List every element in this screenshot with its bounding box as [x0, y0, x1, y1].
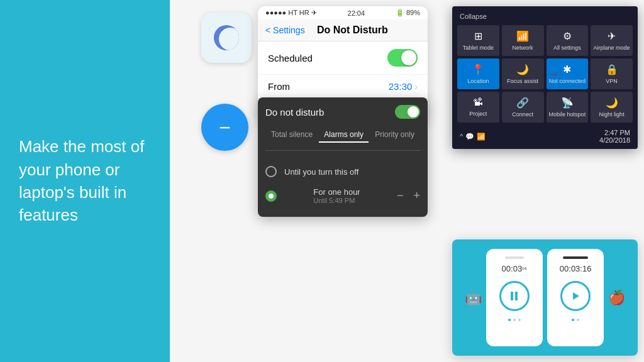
windows-tray: ^ 💬 📶	[460, 133, 486, 141]
tray-icon-3: 📶	[477, 133, 486, 141]
left-panel: Make the most of your phone or laptop's …	[0, 0, 170, 362]
radio-one-hour[interactable]	[265, 190, 277, 202]
tray-icon-1: ^	[460, 133, 463, 140]
ios-from-label: From	[268, 81, 290, 92]
ios-time: 22:04	[348, 9, 365, 17]
timer-dots	[508, 319, 521, 321]
ios-from-value: 23:30 ›	[389, 81, 418, 92]
tile-all-settings[interactable]: ⚙ All settings	[547, 25, 589, 56]
ios-carrier: ●●●●● HT HR ✈	[265, 9, 317, 17]
apple-icon: 🍎	[608, 290, 625, 306]
location-icon: 📍	[472, 63, 484, 75]
windows-action-center: Collapse ⊞ Tablet mode 📶 Network ⚙ All s…	[452, 6, 638, 149]
phone-notch-2	[563, 256, 588, 259]
moon-icon	[214, 25, 239, 50]
timer-time-ios: 00:03:16	[560, 264, 592, 273]
timer-app-panel: 🤖 00:03⁰⁶ 00:03:16	[452, 239, 638, 356]
android-one-hour-text: For one hour Until 5:49 PM	[313, 187, 360, 204]
windows-tiles-grid: ⊞ Tablet mode 📶 Network ⚙ All settings ✈…	[457, 25, 633, 123]
timer-circle-ios[interactable]	[560, 281, 591, 311]
android-option-one-hour[interactable]: For one hour Until 5:49 PM − +	[265, 182, 420, 209]
ios-nav-bar: < Settings Do Not Disturb	[258, 19, 428, 41]
timer-phone-ios: 00:03:16	[547, 249, 604, 346]
dot-2	[513, 319, 516, 321]
ios-back-button[interactable]: < Settings	[265, 25, 305, 35]
tile-mobile-hotspot[interactable]: 📡 Mobile hotspot	[547, 92, 589, 123]
tile-connect[interactable]: 🔗 Connect	[502, 92, 544, 123]
tile-night-light[interactable]: 🌙 Night light	[591, 92, 633, 123]
radio-indefinite[interactable]	[265, 166, 277, 177]
main-area: ●●●●● HT HR ✈ 22:04 🔋 89% < Settings Do …	[170, 0, 644, 362]
play-icon	[573, 292, 579, 300]
hotspot-icon: 📡	[561, 97, 574, 109]
mode-total-silence[interactable]: Total silence	[266, 128, 318, 143]
android-dnd-title: Do not disturb	[265, 107, 324, 118]
windows-status-bar: ^ 💬 📶 2:47 PM 4/20/2018	[457, 126, 633, 144]
tray-icon-2: 💬	[465, 133, 474, 141]
network-icon: 📶	[516, 30, 529, 42]
ios-scheduled-row[interactable]: Scheduled	[258, 41, 428, 75]
settings-icon: ⚙	[563, 30, 572, 42]
ios-from-row[interactable]: From 23:30 ›	[258, 75, 428, 99]
increase-hour-button[interactable]: +	[413, 189, 420, 202]
mode-alarms-only[interactable]: Alarms only	[319, 128, 369, 143]
ios-dnd-icon	[201, 13, 252, 63]
android-hour-controls: − +	[397, 189, 420, 202]
connect-icon: 🔗	[516, 97, 529, 109]
tile-tablet-mode[interactable]: ⊞ Tablet mode	[457, 25, 499, 56]
mode-priority-only[interactable]: Priority only	[370, 128, 419, 143]
dot-ios-2	[577, 319, 579, 321]
ios-scheduled-label: Scheduled	[268, 53, 313, 63]
windows-clock: 2:47 PM 4/20/2018	[599, 129, 630, 144]
dot-ios-1	[572, 319, 574, 321]
timer-circle-android[interactable]	[499, 281, 530, 311]
apple-logo-icon: 🍎	[608, 290, 625, 306]
vpn-icon: 🔒	[606, 63, 618, 75]
android-icon: 🤖	[465, 290, 482, 306]
red-arrow-indicator: →	[548, 68, 559, 81]
android-dnd-header: Do not disturb	[265, 105, 420, 119]
timer-phone-android: 00:03⁰⁶	[486, 249, 543, 346]
project-icon: 📽	[473, 97, 483, 108]
bluetooth-icon: ✱	[563, 63, 571, 75]
tablet-mode-icon: ⊞	[474, 30, 482, 42]
tile-location[interactable]: 📍 Location	[457, 58, 499, 89]
ios-scheduled-toggle[interactable]	[387, 49, 418, 67]
night-light-icon: 🌙	[606, 97, 618, 109]
tile-airplane-mode[interactable]: ✈ Airplane mode	[591, 25, 633, 56]
ios-status-bar: ●●●●● HT HR ✈ 22:04 🔋 89%	[258, 6, 428, 19]
tile-network[interactable]: 📶 Network	[502, 25, 544, 56]
pause-bar-2	[515, 292, 518, 300]
android-modes: Total silence Alarms only Priority only	[265, 128, 420, 151]
android-dnd-panel: Do not disturb Total silence Alarms only…	[258, 97, 428, 217]
android-dnd-toggle[interactable]	[395, 105, 420, 119]
dot-3	[518, 319, 521, 321]
pause-bar-1	[511, 292, 513, 300]
timer-dots-2	[572, 319, 579, 321]
android-logo-icon: 🤖	[465, 290, 482, 306]
dnd-circle-button[interactable]: −	[201, 104, 248, 151]
ios-battery: 🔋 89%	[396, 9, 420, 17]
chevron-right-icon: ›	[414, 82, 418, 92]
windows-collapse-button[interactable]: Collapse	[457, 11, 633, 21]
tile-vpn[interactable]: 🔒 VPN	[591, 58, 633, 89]
dot-1	[508, 319, 511, 321]
timer-time-android: 00:03⁰⁶	[502, 264, 528, 273]
ios-nav-title: Do Not Disturb	[310, 25, 395, 36]
airplane-icon: ✈	[608, 30, 616, 42]
focus-assist-icon: 🌙	[516, 63, 529, 75]
android-option-indefinite[interactable]: Until you turn this off	[265, 161, 420, 182]
decrease-hour-button[interactable]: −	[397, 189, 404, 202]
phone-notch	[505, 256, 524, 259]
pause-icon	[511, 292, 518, 300]
tile-project[interactable]: 📽 Project	[457, 92, 499, 123]
minus-icon: −	[219, 118, 231, 138]
tile-focus-assist[interactable]: 🌙 Focus assist	[502, 58, 544, 89]
main-headline: Make the most of your phone or laptop's …	[19, 135, 151, 227]
